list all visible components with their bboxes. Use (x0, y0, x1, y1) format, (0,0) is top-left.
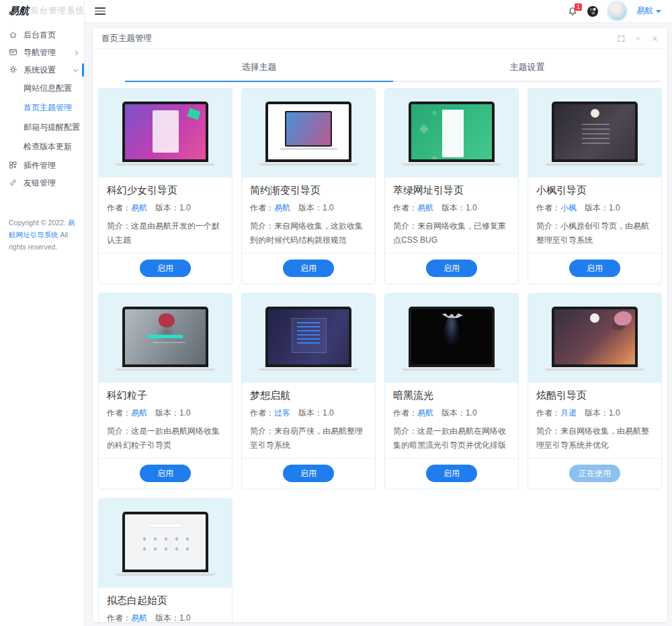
user-menu[interactable]: 易航 (636, 5, 661, 17)
collapse-icon[interactable] (634, 35, 642, 42)
theme-card-footer: 启用 (242, 253, 375, 284)
theme-grid: 科幻少女引导页 作者：易航版本：1.0 简介：这是由易航开发的一个默认主题 启用 (98, 88, 662, 622)
theme-title: 小枫引导页 (536, 184, 653, 197)
version-value: 1.0 (179, 613, 191, 622)
enable-button[interactable]: 启用 (140, 465, 191, 482)
in-use-button[interactable]: 正在使用 (569, 465, 620, 482)
theme-thumbnail (99, 499, 232, 588)
intro-label: 简介： (536, 221, 560, 231)
tab-theme-settings[interactable]: 主题设置 (393, 55, 661, 82)
enable-button[interactable]: 启用 (283, 465, 334, 482)
author-label: 作者： (250, 203, 274, 212)
intro-label: 简介： (536, 426, 560, 436)
author-label: 作者： (393, 408, 417, 418)
version-value: 1.0 (323, 408, 334, 418)
theme-card: 科幻少女引导页 作者：易航版本：1.0 简介：这是由易航开发的一个默认主题 启用 (98, 88, 233, 284)
sidebar-subitem-check-update[interactable]: 检查版本更新 (0, 137, 84, 157)
theme-card: 小枫引导页 作者：小枫版本：1.0 简介：小枫原创引导页，由易航整理至引导系统 … (528, 88, 662, 284)
enable-button[interactable]: 启用 (569, 260, 620, 277)
close-icon[interactable] (651, 35, 659, 42)
theme-title: 梦想启航 (250, 389, 367, 402)
theme-thumbnail (385, 89, 518, 178)
theme-meta: 作者：易航版本：1.0 (107, 407, 224, 419)
panel-tools (618, 35, 659, 42)
theme-title: 拟态白起始页 (107, 594, 224, 607)
main-area: 1 易航 首页主题管理 (85, 0, 672, 626)
skin-icon[interactable] (587, 6, 598, 17)
theme-info: 拟态白起始页 作者：易航版本：1.0 简介：来自网络收集 (99, 588, 232, 622)
laptop-mockup (544, 102, 645, 165)
author-link[interactable]: 易航 (131, 203, 147, 212)
theme-info: 暗黑流光 作者：易航版本：1.0 简介：这是一款由易航在网络收集的暗黑流光引导页… (385, 383, 518, 458)
theme-desc: 简介：小枫原创引导页，由易航整理至引导系统 (536, 219, 653, 247)
theme-card-footer: 启用 (385, 253, 518, 284)
theme-desc: 简介：来自葫芦侠，由易航整理至引导系统 (250, 424, 367, 453)
theme-meta: 作者：月逝版本：1.0 (536, 407, 653, 419)
theme-meta: 作者：易航版本：1.0 (393, 202, 510, 214)
theme-card: 暗黑流光 作者：易航版本：1.0 简介：这是一款由易航在网络收集的暗黑流光引导页… (384, 293, 519, 490)
theme-card-footer: 启用 (385, 458, 518, 489)
version-label: 版本： (442, 203, 466, 212)
caret-down-icon (656, 10, 661, 13)
theme-title: 科幻少女引导页 (107, 184, 224, 197)
sidebar: 易航 后台管理系统 后台首页 导航管理 系统设置 (0, 0, 85, 626)
author-label: 作者： (107, 408, 131, 418)
theme-desc: 简介：来自网络收集，由易航整理至引导系统并优化 (536, 424, 653, 453)
theme-card-footer: 启用 (242, 458, 375, 489)
laptop-mockup (401, 102, 502, 165)
sidebar-item-label: 后台首页 (24, 30, 56, 41)
sidebar-subitem-site-config[interactable]: 网站信息配置 (0, 79, 84, 98)
tab-select-theme[interactable]: 选择主题 (125, 55, 393, 82)
theme-desc: 简介：这是一款由易航网络收集的科幻粒子引导页 (107, 424, 224, 453)
theme-card-footer: 启用 (99, 253, 232, 284)
author-link[interactable]: 小枫 (560, 203, 577, 212)
author-link[interactable]: 月逝 (560, 408, 577, 418)
sidebar-item-plugins[interactable]: 插件管理 (0, 157, 84, 174)
theme-info: 小枫引导页 作者：小枫版本：1.0 简介：小枫原创引导页，由易航整理至引导系统 (528, 178, 661, 253)
enable-button[interactable]: 启用 (140, 260, 191, 277)
author-link[interactable]: 易航 (417, 408, 433, 418)
sidebar-item-system-settings[interactable]: 系统设置 (0, 61, 84, 79)
enable-button[interactable]: 启用 (283, 260, 334, 277)
theme-desc: 简介：来自网络收集，这款收集到的时候代码结构就很规范 (250, 219, 367, 247)
enable-button[interactable]: 启用 (426, 260, 477, 277)
version-value: 1.0 (179, 203, 191, 212)
sidebar-item-friend-links[interactable]: 友链管理 (0, 174, 84, 192)
author-link[interactable]: 易航 (417, 203, 433, 212)
sidebar-item-navigation[interactable]: 导航管理 (0, 44, 84, 61)
laptop-mockup (258, 102, 359, 165)
enable-button[interactable]: 启用 (426, 465, 477, 482)
author-link[interactable]: 过客 (274, 408, 290, 418)
laptop-mockup (115, 307, 216, 370)
theme-info: 萃绿网址引导页 作者：易航版本：1.0 简介：来自网络收集，已修复重点CSS B… (385, 178, 518, 253)
author-link[interactable]: 易航 (131, 408, 147, 418)
theme-card: 炫酷引导页 作者：月逝版本：1.0 简介：来自网络收集，由易航整理至引导系统并优… (528, 293, 662, 490)
version-label: 版本： (298, 408, 323, 418)
sidebar-subitem-mail-config[interactable]: 邮箱与提醒配置 (0, 118, 84, 137)
theme-title: 萃绿网址引导页 (393, 184, 510, 197)
author-link[interactable]: 易航 (131, 613, 147, 622)
laptop-mockup (115, 512, 216, 576)
menu-icon[interactable] (95, 5, 106, 17)
sidebar-subitem-theme-manage[interactable]: 首页主题管理 (0, 98, 84, 118)
theme-info: 科幻粒子 作者：易航版本：1.0 简介：这是一款由易航网络收集的科幻粒子引导页 (99, 383, 232, 458)
intro-label: 简介： (250, 221, 274, 231)
sidebar-item-dashboard[interactable]: 后台首页 (0, 26, 84, 44)
theme-info: 梦想启航 作者：过客版本：1.0 简介：来自葫芦侠，由易航整理至引导系统 (242, 383, 375, 458)
theme-card-footer: 正在使用 (528, 458, 661, 489)
theme-thumbnail (242, 294, 375, 383)
fullscreen-icon[interactable] (618, 35, 625, 42)
theme-title: 科幻粒子 (107, 389, 224, 402)
author-link[interactable]: 易航 (274, 203, 290, 212)
avatar[interactable] (608, 2, 626, 20)
active-indicator (82, 63, 84, 77)
version-value: 1.0 (609, 203, 620, 212)
author-label: 作者： (536, 203, 560, 212)
theme-thumbnail (99, 89, 232, 178)
gear-icon (9, 65, 18, 75)
version-label: 版本： (155, 408, 179, 418)
link-icon (9, 178, 18, 188)
theme-thumbnail (99, 294, 232, 383)
version-label: 版本： (585, 203, 609, 212)
bell-icon[interactable]: 1 (568, 7, 577, 16)
